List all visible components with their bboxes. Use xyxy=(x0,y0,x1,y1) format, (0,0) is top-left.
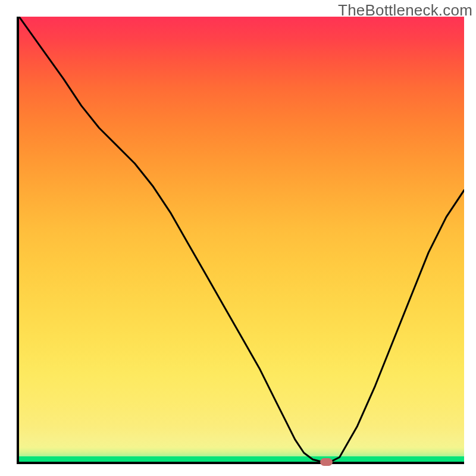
watermark-text: TheBottleneck.com xyxy=(338,1,472,20)
optimal-marker xyxy=(320,458,333,466)
chart-stage: TheBottleneck.com xyxy=(0,0,476,476)
chart-axes-frame xyxy=(17,17,464,464)
